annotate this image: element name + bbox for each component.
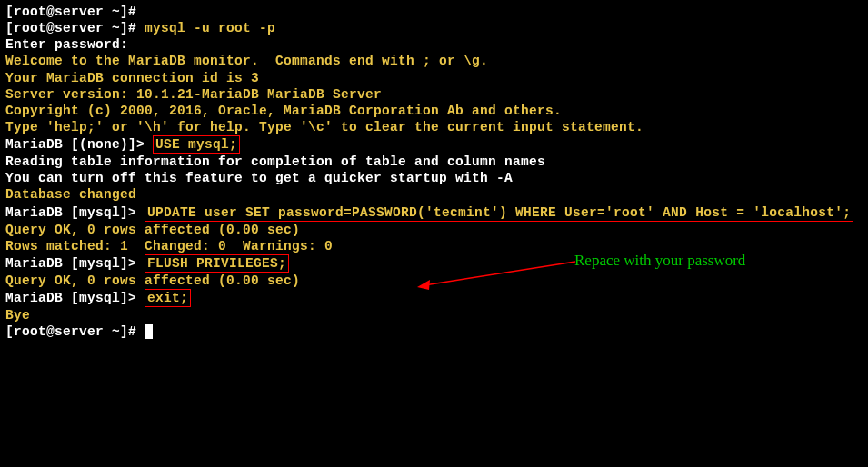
output-line: Database changed bbox=[5, 186, 863, 203]
output-line: Bye bbox=[5, 307, 863, 323]
annotation-text: Repace with your password bbox=[574, 251, 745, 270]
command-line: MariaDB [mysql]> UPDATE user SET passwor… bbox=[5, 204, 863, 222]
command-text: mysql -u root -p bbox=[145, 21, 275, 35]
output-line: Type 'help;' or '\h' for help. Type '\c'… bbox=[5, 119, 863, 135]
output-line: Query OK, 0 rows affected (0.00 sec) bbox=[5, 222, 863, 238]
output-line: Query OK, 0 rows affected (0.00 sec) bbox=[5, 273, 863, 289]
highlighted-command: USE mysql; bbox=[153, 135, 240, 154]
output-line: Server version: 10.1.21-MariaDB MariaDB … bbox=[5, 86, 863, 103]
prompt: MariaDB [mysql]> bbox=[5, 291, 145, 305]
command-line: MariaDB [(none)]> USE mysql; bbox=[5, 135, 863, 154]
prompt-line: [root@server ~]# bbox=[5, 323, 863, 340]
prompt: MariaDB [(none)]> bbox=[5, 137, 153, 152]
output-line: Copyright (c) 2000, 2016, Oracle, MariaD… bbox=[5, 103, 863, 119]
prompt: MariaDB [mysql]> bbox=[5, 205, 145, 220]
output-line: Welcome to the MariaDB monitor. Commands… bbox=[5, 53, 863, 69]
highlighted-command: UPDATE user SET password=PASSWORD('tecmi… bbox=[145, 204, 853, 222]
output-line: You can turn off this feature to get a q… bbox=[5, 170, 863, 186]
output-line: Reading table information for completion… bbox=[5, 154, 863, 170]
highlighted-command: exit; bbox=[145, 289, 191, 307]
prompt-line: [root@server ~]# bbox=[5, 4, 863, 20]
command-line: [root@server ~]# mysql -u root -p bbox=[5, 20, 863, 36]
terminal-output: [root@server ~]# [root@server ~]# mysql … bbox=[5, 4, 863, 341]
prompt: MariaDB [mysql]> bbox=[5, 256, 145, 271]
cursor bbox=[145, 324, 153, 339]
command-line: MariaDB [mysql]> exit; bbox=[5, 289, 863, 307]
highlighted-command: FLUSH PRIVILEGES; bbox=[145, 254, 289, 273]
prompt: [root@server ~]# bbox=[5, 21, 145, 35]
output-line: Enter password: bbox=[5, 36, 863, 53]
output-line: Your MariaDB connection id is 3 bbox=[5, 70, 863, 86]
